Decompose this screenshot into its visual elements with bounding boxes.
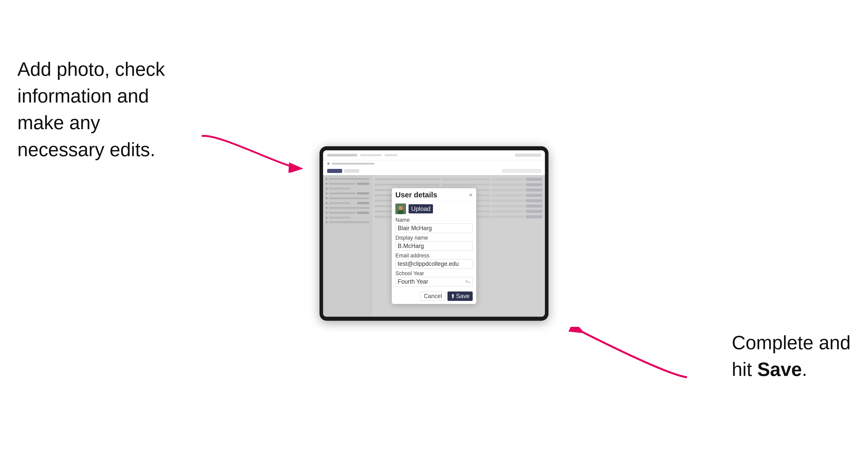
- breadcrumb-row: [323, 160, 545, 167]
- modal-overlay: User details ×: [323, 175, 545, 317]
- dialog-title: User details: [395, 191, 437, 199]
- tablet-frame: User details ×: [319, 146, 549, 321]
- name-label: Name: [395, 217, 472, 223]
- annotation-right-bold: Save: [757, 359, 802, 380]
- email-field-group: Email address: [395, 253, 472, 269]
- annotation-right: Complete andhit Save.: [732, 330, 851, 383]
- toolbar-btn-active: [327, 169, 342, 173]
- nav-link-2: [385, 154, 397, 156]
- school-year-field-group: School Year × ⌄: [395, 270, 472, 286]
- app-nav: [323, 150, 545, 160]
- annotation-right-suffix: .: [802, 359, 807, 380]
- school-year-input[interactable]: [395, 277, 472, 286]
- arrow-right-icon: [564, 327, 703, 383]
- toolbar-search: [502, 169, 541, 173]
- cancel-button[interactable]: Cancel: [421, 291, 445, 301]
- display-name-input[interactable]: [395, 241, 472, 251]
- dialog-body: Upload Name Display name: [392, 201, 476, 290]
- display-name-label: Display name: [395, 235, 472, 241]
- select-arrow-icon: ⌄: [468, 279, 472, 284]
- display-name-field-group: Display name: [395, 235, 472, 251]
- content-area: User details ×: [323, 175, 545, 317]
- tablet-screen: User details ×: [323, 150, 545, 317]
- nav-link-1: [360, 154, 381, 156]
- save-button[interactable]: ⬆ Save: [447, 291, 473, 301]
- email-input[interactable]: [395, 259, 472, 269]
- toolbar-btn-1: [344, 169, 359, 173]
- dialog-footer: Cancel ⬆ Save: [392, 290, 476, 304]
- school-year-select-wrapper: × ⌄: [395, 277, 472, 286]
- annotation-left: Add photo, checkinformation andmake anyn…: [17, 56, 165, 163]
- svg-point-5: [399, 206, 403, 210]
- scene: Add photo, checkinformation andmake anyn…: [0, 0, 868, 467]
- svg-point-3: [398, 210, 404, 214]
- save-label: Save: [456, 293, 470, 300]
- nav-logo: [327, 154, 357, 156]
- name-input[interactable]: [395, 224, 472, 233]
- save-icon: ⬆: [451, 293, 455, 300]
- email-label: Email address: [395, 253, 472, 259]
- arrow-left-icon: [174, 131, 330, 173]
- name-field-group: Name: [395, 217, 472, 233]
- school-year-label: School Year: [395, 270, 472, 277]
- dialog-close-button[interactable]: ×: [469, 193, 473, 197]
- dialog-header: User details ×: [392, 188, 476, 201]
- user-details-dialog: User details ×: [392, 188, 476, 304]
- breadcrumb-icon: [327, 162, 330, 165]
- breadcrumb-text: [332, 163, 374, 164]
- avatar: [395, 204, 406, 214]
- avatar-row: Upload: [395, 204, 472, 214]
- nav-right-btn: [515, 154, 541, 157]
- toolbar-row: [323, 167, 545, 175]
- upload-button[interactable]: Upload: [409, 204, 433, 213]
